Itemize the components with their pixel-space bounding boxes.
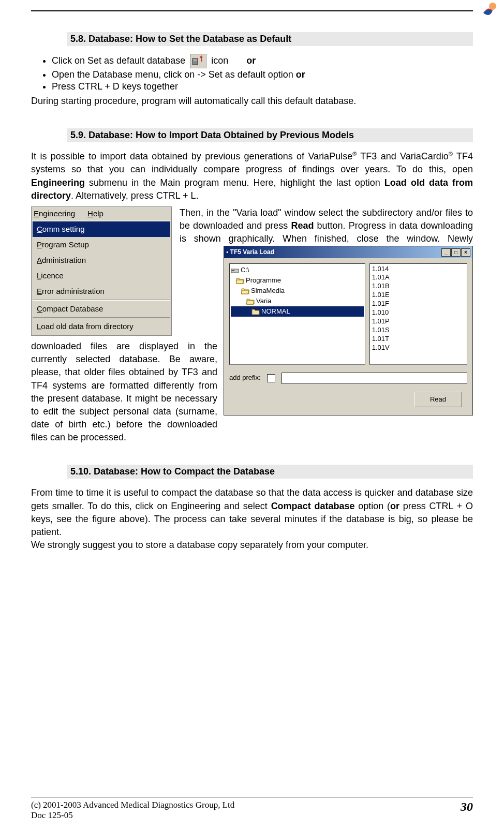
company-logo-icon (478, 0, 499, 21)
paragraph: During starting procedure, program will … (31, 95, 473, 108)
bullet-item: Press CTRL + D keys together (52, 81, 473, 92)
prefix-input[interactable] (281, 373, 467, 384)
file-item[interactable]: 1.01B (371, 282, 466, 291)
file-item[interactable]: 1.01A (371, 273, 466, 282)
menu-dropdown: Comm settingProgram SetupAdministrationL… (32, 220, 171, 335)
file-item[interactable]: 1.010 (371, 308, 466, 317)
paragraph: It is possible to import data obtained b… (31, 150, 473, 202)
app-icon: ▪ (226, 248, 228, 256)
bullet-or: or (246, 55, 256, 66)
maximize-button[interactable]: □ (451, 248, 461, 257)
menu-engineering[interactable]: Engineering (34, 208, 81, 219)
file-list-pane[interactable]: 1.0141.01A1.01B1.01E1.01F1.0101.01P1.01S… (369, 263, 467, 365)
menu-help[interactable]: Help (87, 208, 110, 219)
varia-load-window: ▪ TF5 Varia Load _□× C:\ProgrammeSimaMed… (224, 246, 473, 415)
window-title: TF5 Varia Load (230, 248, 274, 256)
footer-doc: Doc 125-05 (31, 810, 234, 821)
menu-item[interactable]: Licence (33, 268, 170, 284)
menu-item[interactable]: Program Setup (33, 237, 170, 253)
bullet-item: Click on Set as default database icon or (52, 54, 473, 68)
read-button[interactable]: Read (414, 392, 462, 407)
menu-item[interactable]: Error administration (33, 284, 170, 299)
file-item[interactable]: 1.01V (371, 344, 466, 352)
bullet-item: Open the Database menu, click on -> Set … (52, 69, 473, 80)
wrapped-content: Engineering Help Comm settingProgram Set… (31, 206, 473, 444)
file-item[interactable]: 1.01T (371, 335, 466, 344)
section-heading-5-8: 5.8. Database: How to Set the Database a… (67, 32, 473, 46)
svg-rect-1 (192, 58, 198, 65)
menu-item[interactable]: Comm setting (33, 221, 170, 237)
section-heading-5-10: 5.10. Database: How to Compact the Datab… (67, 465, 473, 479)
paragraph: We strongly suggest you to store a datab… (31, 539, 473, 552)
folder-item[interactable]: C:\ (231, 265, 364, 275)
bullet-or: or (296, 69, 305, 80)
menu-item[interactable]: Load old data from directory (33, 319, 170, 334)
folder-tree-pane[interactable]: C:\ProgrammeSimaMediaVariaNORMAL (229, 263, 365, 365)
minimize-button[interactable]: _ (441, 248, 451, 257)
header-rule (31, 10, 473, 11)
bullet-text: Click on Set as default database (52, 55, 188, 66)
section-heading-5-9: 5.9. Database: How to Import Data Obtain… (67, 128, 473, 142)
folder-item[interactable]: Varia (231, 296, 364, 306)
page-number: 30 (461, 800, 473, 821)
paragraph: From time to time it is useful to compac… (31, 486, 473, 539)
page-footer: (c) 2001-2003 Advanced Medical Diagnosti… (31, 797, 473, 821)
file-item[interactable]: 1.01S (371, 326, 466, 335)
bullet-text: icon (211, 55, 231, 66)
file-item[interactable]: 1.01P (371, 317, 466, 326)
menu-item[interactable]: Administration (33, 253, 170, 268)
folder-item[interactable]: NORMAL (231, 306, 364, 317)
menu-bar: Engineering Help (32, 207, 171, 220)
folder-item[interactable]: Programme (231, 275, 364, 286)
file-item[interactable]: 1.01F (371, 300, 466, 308)
add-prefix-checkbox[interactable] (267, 374, 275, 382)
file-item[interactable]: 1.01E (371, 291, 466, 300)
folder-item[interactable]: SimaMedia (231, 286, 364, 296)
bullet-text: Press CTRL + D keys together (52, 81, 178, 92)
svg-rect-4 (232, 270, 234, 271)
file-item[interactable]: 1.014 (371, 265, 466, 274)
window-titlebar: ▪ TF5 Varia Load _□× (224, 246, 472, 258)
set-default-database-icon (190, 54, 206, 68)
bullets-5-8: Click on Set as default database icon or… (31, 54, 473, 92)
close-button[interactable]: × (461, 248, 470, 257)
menu-item[interactable]: Compact Database (33, 301, 170, 317)
add-prefix-label: add prefix: (229, 373, 261, 382)
engineering-menu-screenshot: Engineering Help Comm settingProgram Set… (31, 206, 172, 336)
bullet-text: Open the Database menu, click on -> Set … (52, 69, 296, 80)
footer-copyright: (c) 2001-2003 Advanced Medical Diagnosti… (31, 800, 234, 810)
svg-rect-2 (194, 60, 197, 61)
